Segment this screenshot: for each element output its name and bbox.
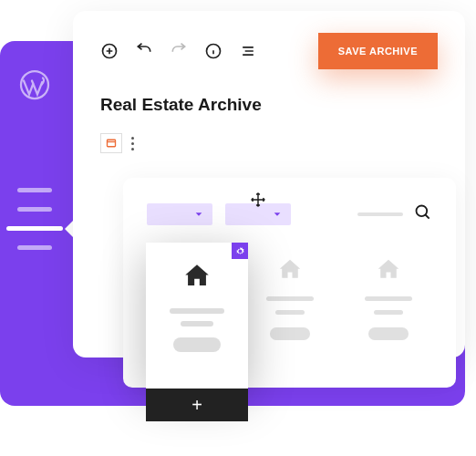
- filter-row: [147, 203, 432, 225]
- sidebar-menu-item[interactable]: [17, 188, 52, 192]
- wordpress-logo-icon[interactable]: [18, 68, 51, 101]
- add-block-button[interactable]: +: [146, 389, 248, 421]
- block-type-icon[interactable]: [100, 133, 122, 153]
- skeleton-line: [266, 296, 314, 301]
- redo-icon[interactable]: [170, 42, 188, 60]
- skeleton-line: [181, 321, 213, 326]
- search-placeholder-line: [357, 212, 403, 216]
- more-options-icon[interactable]: [131, 137, 134, 150]
- sidebar-menu-item-active[interactable]: [6, 226, 63, 231]
- editor-toolbar: SAVE ARCHIVE: [100, 33, 438, 69]
- skeleton-pill: [368, 327, 409, 340]
- add-block-icon[interactable]: [100, 42, 119, 60]
- house-icon: [276, 256, 304, 287]
- block-controls: [100, 133, 438, 153]
- admin-sidebar: [0, 41, 68, 406]
- undo-icon[interactable]: [135, 42, 153, 60]
- move-handle-icon[interactable]: [250, 192, 266, 208]
- outline-icon[interactable]: [239, 42, 257, 60]
- page-title: Real Estate Archive: [100, 95, 438, 115]
- save-archive-button[interactable]: SAVE ARCHIVE: [318, 33, 438, 69]
- settings-gear-icon[interactable]: [232, 243, 248, 259]
- house-icon: [375, 256, 402, 287]
- sidebar-menu-item[interactable]: [17, 207, 52, 212]
- svg-rect-3: [108, 140, 116, 147]
- filter-dropdown[interactable]: [147, 203, 212, 225]
- skeleton-line: [365, 296, 412, 301]
- sidebar-menu-item[interactable]: [17, 245, 52, 250]
- skeleton-line: [275, 310, 305, 315]
- skeleton-pill: [270, 327, 310, 340]
- skeleton-line: [374, 310, 403, 315]
- active-indicator: [65, 220, 74, 238]
- house-icon: [181, 261, 212, 295]
- listing-card[interactable]: [254, 256, 326, 340]
- filter-dropdown[interactable]: [225, 203, 291, 225]
- info-icon[interactable]: [204, 42, 222, 60]
- skeleton-pill: [173, 337, 221, 352]
- svg-point-4: [417, 206, 428, 217]
- listing-card[interactable]: [353, 256, 424, 340]
- skeleton-line: [170, 308, 224, 314]
- selected-listing-card[interactable]: [146, 243, 248, 389]
- plus-icon: +: [191, 395, 202, 416]
- search-icon[interactable]: [414, 203, 432, 225]
